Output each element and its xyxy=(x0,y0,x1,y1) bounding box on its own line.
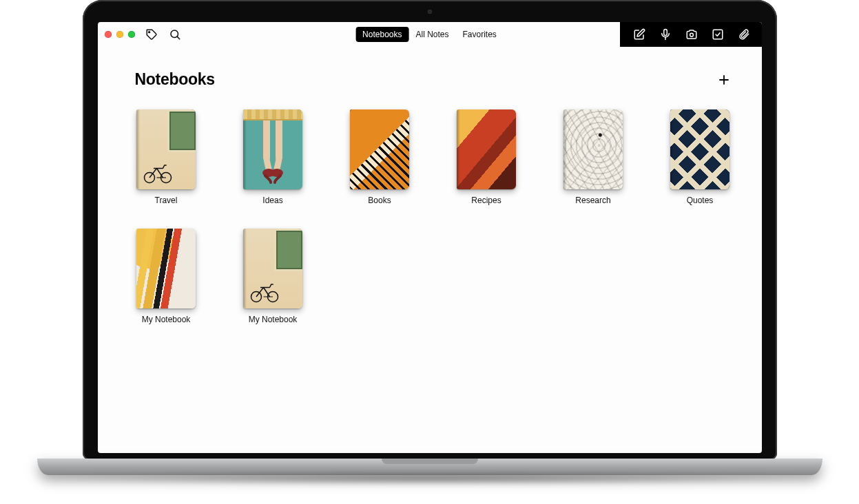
notebook-cover xyxy=(243,109,302,189)
svg-rect-6 xyxy=(713,30,723,39)
compose-icon[interactable] xyxy=(632,28,646,41)
notebook-label: Quotes xyxy=(687,196,714,205)
notebook-item[interactable]: Books xyxy=(349,109,411,205)
notebook-item[interactable]: My Notebook xyxy=(135,229,198,324)
toolbar: Notebooks All Notes Favorites xyxy=(98,22,762,47)
notebook-label: My Notebook xyxy=(142,315,191,324)
app-screen: Notebooks All Notes Favorites xyxy=(98,22,762,453)
svg-point-0 xyxy=(148,32,149,33)
add-notebook-button[interactable] xyxy=(716,72,732,87)
laptop-frame: Notebooks All Notes Favorites xyxy=(37,0,822,489)
view-tabs: Notebooks All Notes Favorites xyxy=(355,27,504,42)
laptop-lid: Notebooks All Notes Favorites xyxy=(83,0,777,460)
notebook-item[interactable]: Recipes xyxy=(455,109,518,205)
notebook-item[interactable]: Travel xyxy=(135,109,198,205)
svg-line-2 xyxy=(177,36,180,39)
svg-point-5 xyxy=(690,33,693,36)
notebook-grid: Travel IdeasBooksRecipesResearchQuotesMy… xyxy=(135,109,732,324)
notebook-label: Ideas xyxy=(262,196,282,205)
close-window-button[interactable] xyxy=(105,31,112,38)
notebook-label: Recipes xyxy=(471,196,501,205)
notebook-cover xyxy=(136,109,196,189)
notebook-cover xyxy=(136,229,196,308)
fullscreen-window-button[interactable] xyxy=(128,31,135,38)
tab-notebooks[interactable]: Notebooks xyxy=(355,27,408,42)
notebook-label: Travel xyxy=(155,196,178,205)
notebook-cover xyxy=(670,109,729,189)
notebook-label: My Notebook xyxy=(249,315,298,324)
content-area: Notebooks Travel IdeasBooksRecipesResear… xyxy=(98,47,762,453)
window-controls xyxy=(105,31,135,38)
left-toolbar xyxy=(145,28,182,41)
search-icon[interactable] xyxy=(168,28,182,41)
notebook-cover xyxy=(350,109,409,189)
page-title: Notebooks xyxy=(135,70,215,89)
svg-rect-3 xyxy=(663,30,667,36)
laptop-base xyxy=(37,459,822,475)
right-toolbar xyxy=(620,22,762,47)
notebook-item[interactable]: Quotes xyxy=(669,109,732,205)
notebook-cover xyxy=(243,229,302,308)
tab-all-notes[interactable]: All Notes xyxy=(408,27,455,42)
microphone-icon[interactable] xyxy=(659,28,672,41)
notebook-cover xyxy=(563,109,623,189)
notebook-item[interactable]: Ideas xyxy=(242,109,304,205)
notebook-item[interactable]: Research xyxy=(562,109,625,205)
tab-favorites[interactable]: Favorites xyxy=(456,27,504,42)
notebook-label: Research xyxy=(575,196,610,205)
tag-icon[interactable] xyxy=(145,28,158,41)
notebook-label: Books xyxy=(368,196,391,205)
camera-dot xyxy=(428,10,432,14)
page-header: Notebooks xyxy=(135,70,732,89)
minimize-window-button[interactable] xyxy=(116,31,123,38)
checklist-icon[interactable] xyxy=(711,28,725,41)
notebook-item[interactable]: My Notebook xyxy=(242,229,304,324)
attachment-icon[interactable] xyxy=(737,28,751,41)
notebook-cover xyxy=(457,109,516,189)
camera-icon[interactable] xyxy=(685,28,698,41)
